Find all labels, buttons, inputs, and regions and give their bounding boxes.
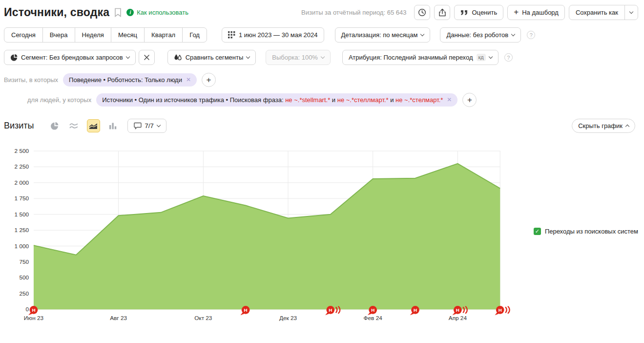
chevron-down-icon bbox=[420, 32, 424, 36]
svg-text:Дек 23: Дек 23 bbox=[279, 315, 297, 321]
comments-count: 7/7 bbox=[145, 122, 154, 129]
chevron-down-icon bbox=[511, 32, 515, 36]
help-icon[interactable]: ? bbox=[527, 31, 535, 39]
droplets-icon bbox=[174, 54, 182, 61]
svg-text:2 500: 2 500 bbox=[15, 148, 29, 154]
svg-text:Н: Н bbox=[456, 307, 459, 313]
detalization-dropdown[interactable]: Детализация: по месяцам bbox=[335, 27, 431, 43]
svg-text:250: 250 bbox=[19, 290, 29, 297]
chevron-down-icon bbox=[489, 55, 493, 59]
chart-header: Визиты bbox=[4, 119, 638, 133]
attribution-model-badge: кд bbox=[477, 54, 486, 61]
svg-text:Июн 23: Июн 23 bbox=[24, 315, 44, 321]
svg-text:Н: Н bbox=[499, 307, 502, 313]
history-button[interactable] bbox=[414, 5, 430, 20]
line-chart-type-button[interactable] bbox=[67, 119, 81, 132]
data-mode-dropdown[interactable]: Данные: без роботов bbox=[440, 27, 521, 43]
report-period-visits: Визиты за отчётный период: 65 643 bbox=[301, 9, 406, 16]
chevron-down-icon bbox=[125, 55, 129, 59]
rate-button[interactable]: Оценить bbox=[454, 5, 503, 20]
export-button[interactable] bbox=[434, 5, 450, 20]
people-filter-pill[interactable]: Источники • Один из источников трафика •… bbox=[96, 93, 457, 107]
period-tabs: Сегодня Вчера Неделя Месяц Квартал Год bbox=[4, 27, 207, 43]
svg-text:2 250: 2 250 bbox=[15, 163, 29, 170]
period-toolbar: Сегодня Вчера Неделя Месяц Квартал Год 1… bbox=[4, 27, 638, 43]
people-filter-text: Источники • Один из источников трафика •… bbox=[102, 96, 443, 104]
stacked-area-chart-icon bbox=[89, 122, 98, 129]
how-to-use-link[interactable]: i Как использовать bbox=[126, 9, 188, 16]
chart-area: 02505007501 0001 2501 5001 7502 0002 250… bbox=[4, 144, 638, 325]
svg-text:750: 750 bbox=[19, 258, 29, 265]
segment-dropdown[interactable]: Сегмент: Без брендовых запросов bbox=[4, 50, 136, 65]
add-visits-filter-button[interactable]: + bbox=[202, 73, 216, 87]
save-as-split-button: Сохранить как bbox=[569, 5, 638, 20]
people-filter-label: для людей, у которых bbox=[27, 96, 91, 104]
visits-value: 65 643 bbox=[387, 9, 407, 16]
stacked-area-chart-type-button[interactable] bbox=[87, 119, 100, 132]
chart-type-switcher bbox=[48, 119, 120, 132]
svg-text:Н: Н bbox=[329, 307, 332, 313]
tab-quarter[interactable]: Квартал bbox=[144, 27, 183, 43]
svg-text:1 750: 1 750 bbox=[15, 195, 29, 201]
segment-pie-icon bbox=[10, 54, 18, 61]
info-icon: i bbox=[126, 9, 134, 16]
bar-chart-icon bbox=[109, 122, 117, 129]
tab-year[interactable]: Год bbox=[182, 27, 207, 43]
svg-text:Н: Н bbox=[32, 307, 35, 313]
attribution-dropdown[interactable]: Атрибуция: Последний значимый переход кд bbox=[342, 50, 499, 65]
comments-dropdown[interactable]: 7/7 bbox=[127, 119, 166, 133]
page-title: Источники, сводка bbox=[4, 6, 109, 19]
save-as-menu-button[interactable] bbox=[624, 5, 638, 20]
comment-bubble-icon bbox=[134, 122, 142, 129]
hide-chart-button[interactable]: Скрыть график bbox=[572, 119, 635, 133]
visits-filter-text: Поведение • Роботность: Только люди bbox=[69, 76, 182, 84]
pie-chart-type-button[interactable] bbox=[48, 119, 61, 132]
plus-icon: + bbox=[514, 8, 519, 16]
add-people-filter-button[interactable]: + bbox=[462, 93, 477, 107]
calendar-grid-icon bbox=[228, 31, 235, 39]
segment-toolbar: Сегмент: Без брендовых запросов Сравнить… bbox=[4, 50, 638, 65]
svg-text:0: 0 bbox=[26, 306, 29, 312]
svg-text:Н: Н bbox=[414, 307, 417, 313]
how-to-use-label: Как использовать bbox=[137, 9, 188, 16]
export-icon bbox=[438, 8, 446, 17]
remove-filter-icon[interactable]: ✕ bbox=[186, 76, 191, 84]
svg-text:1 000: 1 000 bbox=[15, 243, 29, 249]
visits-filter-row: Визиты, в которых Поведение • Роботность… bbox=[4, 73, 638, 87]
chevron-down-icon bbox=[321, 55, 325, 59]
date-range-button[interactable]: 1 июн 2023 — 30 мая 2024 bbox=[222, 27, 324, 43]
people-filter-row: для людей, у которых Источники • Один из… bbox=[4, 93, 638, 107]
clock-icon bbox=[418, 8, 426, 17]
remove-filter-icon[interactable]: ✕ bbox=[447, 96, 452, 104]
rate-label: Оценить bbox=[472, 9, 497, 16]
line-chart-icon bbox=[69, 122, 78, 130]
legend-checkbox[interactable]: ✓ bbox=[534, 228, 541, 235]
tab-month[interactable]: Месяц bbox=[111, 27, 145, 43]
close-icon bbox=[144, 55, 149, 60]
compare-segments-dropdown[interactable]: Сравнить сегменты bbox=[167, 50, 256, 65]
svg-text:Окт 23: Окт 23 bbox=[194, 315, 212, 321]
svg-text:2 000: 2 000 bbox=[15, 179, 29, 186]
chevron-down-icon bbox=[246, 55, 250, 59]
bar-chart-type-button[interactable] bbox=[106, 119, 120, 132]
svg-text:Н: Н bbox=[371, 307, 374, 313]
pie-chart-icon bbox=[50, 122, 59, 130]
svg-text:Авг 23: Авг 23 bbox=[110, 315, 127, 321]
chevron-down-icon bbox=[629, 10, 633, 14]
visits-filter-pill[interactable]: Поведение • Роботность: Только люди ✕ bbox=[63, 73, 197, 86]
tab-today[interactable]: Сегодня bbox=[4, 27, 43, 43]
save-as-button[interactable]: Сохранить как bbox=[569, 5, 624, 20]
tab-week[interactable]: Неделя bbox=[75, 27, 111, 43]
visits-chart[interactable]: 02505007501 0001 2501 5001 7502 0002 250… bbox=[4, 144, 510, 325]
svg-text:Н: Н bbox=[244, 307, 248, 313]
svg-text:1 500: 1 500 bbox=[15, 211, 29, 217]
svg-text:500: 500 bbox=[19, 274, 29, 280]
bookmark-button[interactable] bbox=[114, 8, 122, 17]
help-icon[interactable]: ? bbox=[504, 53, 513, 62]
tab-yesterday[interactable]: Вчера bbox=[42, 27, 75, 43]
add-to-dashboard-button[interactable]: + На дашборд bbox=[507, 5, 565, 20]
svg-text:Фев 24: Фев 24 bbox=[364, 315, 383, 321]
feedback-quotes-icon bbox=[460, 10, 468, 16]
clear-segment-button[interactable] bbox=[139, 50, 155, 65]
sampling-dropdown[interactable]: Выборка: 100% bbox=[266, 50, 331, 65]
